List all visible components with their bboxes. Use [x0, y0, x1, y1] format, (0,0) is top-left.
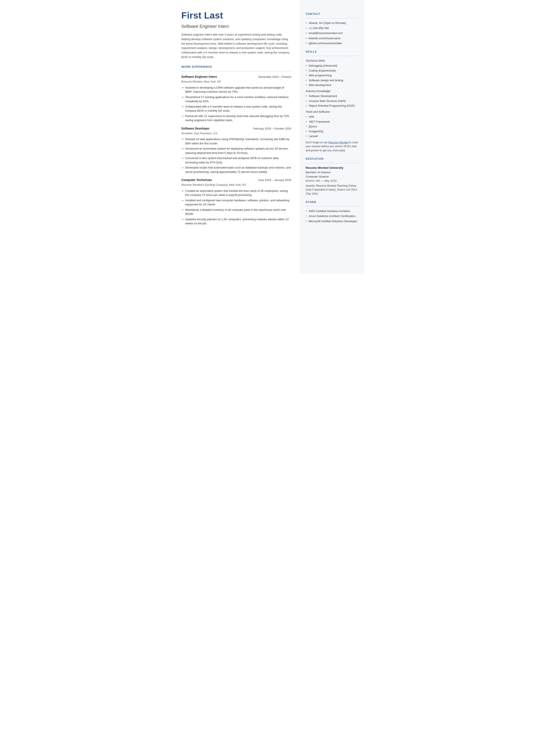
job-1-header: Software Engineer Intern November 2020 –… — [182, 74, 291, 79]
edu-date: Boston, MA — May 2018 — [306, 179, 359, 183]
list-item: Introduced an automated system for deplo… — [182, 147, 291, 155]
list-item: jQuery — [306, 124, 359, 129]
resume-worded-link[interactable]: Resume Worded — [328, 141, 349, 144]
work-experience-section: WORK EXPERIENCE Software Engineer Intern… — [182, 65, 291, 226]
job-1-bullets: Assisted in developing a CRM software up… — [182, 86, 291, 123]
list-item: Maintained a detailed inventory of all c… — [182, 208, 291, 216]
technical-skills-list: Debugging (Advanced) Coding (Experienced… — [306, 64, 359, 87]
job-3-company: Resume Worded's Exciting Company, New Yo… — [182, 183, 291, 187]
list-item: email@resumeworded.com — [306, 31, 359, 35]
industry-skills-list: Software Development Amazon Web Services… — [306, 94, 359, 108]
list-item: Amazon Web Services (AWS) — [306, 99, 359, 103]
tools-skills-label: Tools and Software: — [306, 110, 359, 114]
tools-skills-list: XML .NET Framework jQuery PostgreSQL Lar… — [306, 115, 359, 138]
header: First Last Software Engineer Intern Soft… — [182, 9, 291, 60]
other-divider — [306, 206, 359, 207]
job-3-dates: June 2018 – January 2019 — [258, 178, 291, 182]
contact-list: Atlanta, GA (Open to Remote) +1-234-456-… — [306, 21, 359, 45]
list-item: XML — [306, 115, 359, 119]
edu-field: Computer Science — [306, 175, 359, 179]
list-item: Object-Oriented Programming (OOP) — [306, 104, 359, 108]
job-3-header: Computer Technician June 2018 – January … — [182, 178, 291, 182]
job-3-title: Computer Technician — [182, 178, 212, 182]
contact-label: CONTACT — [306, 12, 359, 16]
edu-awards: Awards: Resume Worded Teaching Fellow (o… — [306, 184, 359, 196]
education-section: EDUCATION Resume Worded University Bache… — [306, 157, 359, 196]
list-item: linkedin.com/in/username — [306, 36, 359, 41]
job-2-title: Software Developer — [182, 126, 210, 131]
list-item: Microsoft Certified Solutions Developer. — [306, 219, 359, 223]
list-item: AWS Certified Solutions Architect. — [306, 209, 359, 213]
candidate-title: Software Engineer Intern — [182, 23, 291, 30]
skills-section: SKILLS Technical Skills: Debugging (Adva… — [306, 50, 359, 153]
skills-divider — [306, 56, 359, 56]
list-item: PostgreSQL — [306, 129, 359, 134]
job-2-dates: February 2019 – October 2020 — [253, 126, 291, 131]
job-2-header: Software Developer February 2019 – Octob… — [182, 126, 291, 131]
list-item: Installed and configured new computer ha… — [182, 198, 291, 207]
list-item: .NET Framework — [306, 120, 359, 124]
work-experience-label: WORK EXPERIENCE — [182, 65, 291, 69]
job-3: Computer Technician June 2018 – January … — [182, 178, 291, 226]
job-1-company: Resume Worded, New York, NY — [182, 79, 291, 84]
list-item: Azure Solutions Architect Certification. — [306, 214, 359, 218]
job-1-title: Software Engineer Intern — [182, 74, 217, 79]
promo-prefix: Don't forget to use — [306, 141, 328, 144]
list-item: Web programming — [306, 73, 359, 78]
list-item: Partnered with 11 supervisors to develop… — [182, 114, 291, 123]
list-item: Devised 14 web applications using PHP/My… — [182, 137, 291, 146]
list-item: Updated security patches on 1.5K compute… — [182, 217, 291, 226]
job-2-company: Growthsi, San Francisco, CA — [182, 131, 291, 136]
resume-page: First Last Software Engineer Intern Soft… — [171, 0, 365, 274]
list-item: Debugging (Advanced) — [306, 64, 359, 68]
contact-divider — [306, 18, 359, 18]
other-list: AWS Certified Solutions Architect. Azure… — [306, 209, 359, 223]
list-item: Assisted in developing a CRM software up… — [182, 86, 291, 94]
list-item: github.com/resumeworded — [306, 41, 359, 45]
university-name: Resume Worded University — [306, 166, 359, 170]
list-item: Coding (Experienced) — [306, 69, 359, 73]
list-item: Laravel — [306, 134, 359, 138]
list-item: Collaborated with a 5-member team to rel… — [182, 104, 291, 113]
candidate-name: First Last — [182, 9, 291, 22]
other-section: OTHER AWS Certified Solutions Architect.… — [306, 200, 359, 223]
edu-degree: Bachelor of Science — [306, 170, 359, 175]
skills-label: SKILLS — [306, 50, 359, 54]
job-2: Software Developer February 2019 – Octob… — [182, 126, 291, 174]
list-item: Software design and testing — [306, 78, 359, 83]
industry-skills-label: Industry Knowledge: — [306, 89, 359, 93]
list-item: Atlanta, GA (Open to Remote) — [306, 21, 359, 25]
job-2-bullets: Devised 14 web applications using PHP/My… — [182, 137, 291, 174]
list-item: Created an automated system that tracked… — [182, 189, 291, 197]
job-1: Software Engineer Intern November 2020 –… — [182, 74, 291, 123]
other-label: OTHER — [306, 200, 359, 204]
job-3-bullets: Created an automated system that tracked… — [182, 189, 291, 226]
education-label: EDUCATION — [306, 157, 359, 161]
technical-skills-label: Technical Skills: — [306, 59, 359, 63]
job-1-dates: November 2020 – Present — [259, 75, 291, 79]
list-item: Developed scripts that automated tasks s… — [182, 165, 291, 174]
list-item: Web development — [306, 83, 359, 87]
list-item: Software Development — [306, 94, 359, 98]
left-column: First Last Software Engineer Intern Soft… — [171, 0, 300, 274]
list-item: Conceived a new system that tracked and … — [182, 156, 291, 164]
list-item: Streamlined 17 existing applications for… — [182, 95, 291, 103]
promo-text: Don't forget to use Resume Worded to sca… — [306, 141, 359, 153]
candidate-summary: Software engineer intern with over 3 yea… — [182, 33, 291, 60]
right-column: CONTACT Atlanta, GA (Open to Remote) +1-… — [300, 0, 365, 274]
list-item: +1-234-456-789 — [306, 26, 359, 30]
contact-section: CONTACT Atlanta, GA (Open to Remote) +1-… — [306, 12, 359, 45]
